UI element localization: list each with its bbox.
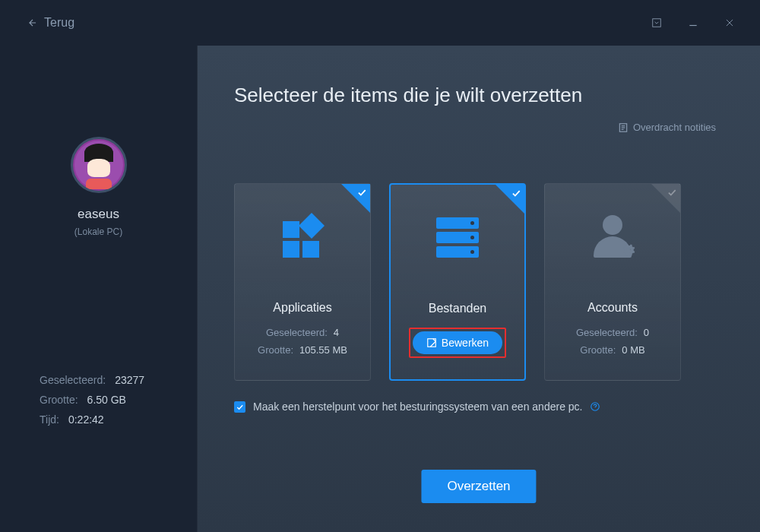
restore-checkbox-row: Maak een herstelpunt voor het besturings… bbox=[234, 401, 724, 413]
stat-value: 6.50 GB bbox=[87, 394, 126, 406]
card-title: Bestanden bbox=[429, 302, 487, 315]
page-title: Selecteer de items die je wilt overzette… bbox=[234, 84, 724, 107]
close-icon bbox=[724, 17, 735, 28]
back-button[interactable]: Terug bbox=[27, 16, 74, 30]
window-controls bbox=[644, 11, 742, 35]
chevron-down-boxed-icon bbox=[651, 17, 662, 28]
stat-size: Grootte: 6.50 GB bbox=[40, 394, 144, 406]
edit-icon bbox=[426, 337, 437, 348]
titlebar: Terug bbox=[0, 0, 760, 46]
transfer-notes-link[interactable]: Overdracht notities bbox=[618, 122, 716, 133]
notes-label: Overdracht notities bbox=[633, 122, 716, 133]
notes-icon bbox=[618, 122, 629, 133]
card-size: Grootte: 0 MB bbox=[580, 344, 644, 356]
stat-label: Grootte: bbox=[40, 394, 78, 406]
username: easeus bbox=[78, 207, 119, 222]
files-icon bbox=[431, 212, 484, 265]
cards-row: Applicaties Geselecteerd: 4 Grootte: 105… bbox=[234, 183, 724, 381]
transfer-button[interactable]: Overzetten bbox=[421, 470, 536, 503]
edit-button[interactable]: Bewerken bbox=[413, 331, 502, 354]
sidebar-stats: Geselecteerd: 23277 Grootte: 6.50 GB Tij… bbox=[0, 374, 144, 433]
minimize-button[interactable] bbox=[681, 11, 705, 35]
dropdown-button[interactable] bbox=[644, 11, 669, 35]
stat-value: 0:22:42 bbox=[68, 413, 104, 426]
stat-label: Geselecteerd: bbox=[40, 374, 106, 386]
check-icon bbox=[356, 187, 367, 198]
card-size: Grootte: 105.55 MB bbox=[258, 344, 347, 356]
card-title: Applicaties bbox=[273, 301, 331, 315]
check-corner bbox=[341, 184, 370, 213]
sidebar: Wo... easeus (Lokale PC) Geselecteerd: 2… bbox=[0, 46, 198, 532]
restore-label: Maak een herstelpunt voor het besturings… bbox=[253, 401, 582, 413]
accounts-icon bbox=[586, 211, 639, 264]
check-icon bbox=[667, 187, 677, 198]
back-label: Terug bbox=[44, 16, 74, 30]
main: Wo... easeus (Lokale PC) Geselecteerd: 2… bbox=[0, 46, 760, 532]
svg-rect-0 bbox=[653, 19, 661, 27]
gear-icon bbox=[622, 244, 635, 258]
check-icon bbox=[236, 403, 244, 411]
stat-label: Tijd: bbox=[40, 413, 59, 426]
restore-checkbox[interactable] bbox=[234, 401, 245, 413]
check-icon bbox=[511, 188, 521, 198]
user-label: (Lokale PC) bbox=[74, 226, 122, 237]
content: Selecteer de items die je wilt overzette… bbox=[198, 46, 760, 532]
stat-time: Tijd: 0:22:42 bbox=[40, 413, 144, 426]
card-selected: Geselecteerd: 0 bbox=[576, 327, 649, 338]
card-files[interactable]: Bestanden Bewerken bbox=[389, 183, 526, 381]
info-icon[interactable] bbox=[590, 401, 600, 412]
avatar: Wo... bbox=[71, 137, 127, 193]
stat-value: 23277 bbox=[115, 374, 144, 386]
arrow-left-icon bbox=[27, 17, 38, 28]
edit-highlight: Bewerken bbox=[409, 328, 506, 358]
apps-icon bbox=[276, 211, 329, 264]
card-applications[interactable]: Applicaties Geselecteerd: 4 Grootte: 105… bbox=[234, 183, 371, 381]
card-title: Accounts bbox=[587, 301, 638, 315]
stat-selected: Geselecteerd: 23277 bbox=[40, 374, 144, 386]
card-accounts[interactable]: Accounts Geselecteerd: 0 Grootte: 0 MB bbox=[544, 183, 681, 381]
card-selected: Geselecteerd: 4 bbox=[266, 327, 339, 338]
minimize-icon bbox=[688, 17, 698, 28]
check-corner bbox=[651, 184, 680, 213]
check-corner bbox=[496, 185, 524, 214]
close-button[interactable] bbox=[717, 11, 742, 35]
edit-label: Bewerken bbox=[442, 337, 489, 349]
